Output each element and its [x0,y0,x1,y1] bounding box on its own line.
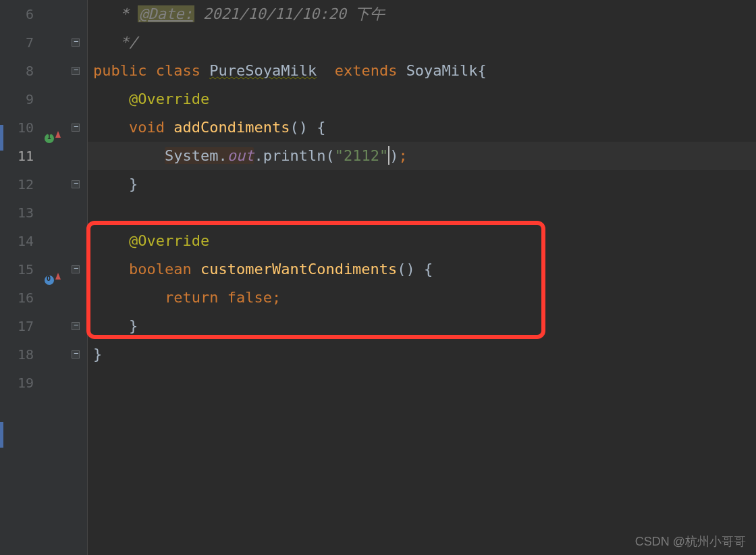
paren: ) [389,147,398,164]
line-number[interactable]: 16 [0,284,40,312]
method-call: println [263,147,326,164]
line-number[interactable]: 15 [0,255,40,284]
keyword: return [165,289,227,306]
semicolon: ; [398,147,407,164]
modification-indicator [0,422,3,448]
fold-collapse-icon[interactable] [72,321,82,332]
code-line-current[interactable]: System.out.println("2112"); [93,142,756,170]
brace: } [129,317,138,334]
line-number-gutter[interactable]: 6 7 8 9 10 11 12 13 14 15 16 17 18 19 [0,0,40,555]
code-line[interactable]: public class PureSoyaMilk extends SoyaMi… [93,57,756,85]
fold-gutter [68,0,88,555]
comment-text: * [111,5,138,22]
code-line[interactable] [93,369,756,397]
fold-collapse-icon[interactable] [72,123,82,134]
comment-text: 2021/10/11/10:20 下午 [194,5,385,22]
implements-method-icon[interactable] [45,130,57,142]
code-line[interactable]: } [93,340,756,369]
line-number[interactable]: 17 [0,312,40,340]
class-name: PureSoyaMilk [209,62,317,79]
modification-indicator [0,125,3,151]
gutter-markers [40,0,68,555]
comment-text: */ [111,34,138,51]
params: () [397,261,415,278]
code-line[interactable]: void addCondiments() { [93,113,756,142]
code-line[interactable]: @Override [93,85,756,113]
line-number[interactable]: 19 [0,369,40,397]
line-number[interactable]: 6 [0,0,40,28]
semicolon: ; [272,289,281,306]
code-content-area[interactable]: * @Date: 2021/10/11/10:20 下午 */ public c… [88,0,756,555]
keyword: boolean [129,261,200,278]
method-declaration: addCondiments [173,119,290,136]
code-line[interactable]: } [93,170,756,199]
overrides-method-icon[interactable] [45,271,57,284]
code-line[interactable]: */ [93,28,756,57]
fold-collapse-icon[interactable] [72,265,82,275]
paren: ( [325,147,334,164]
keyword: extends [335,62,406,79]
code-line[interactable]: boolean customerWantCondiments() { [93,255,756,284]
brace: { [415,261,433,278]
annotation: @Override [129,90,209,107]
fold-collapse-icon[interactable] [72,350,82,361]
fold-collapse-icon[interactable] [72,66,82,77]
line-number[interactable]: 8 [0,57,40,85]
code-line[interactable]: * @Date: 2021/10/11/10:20 下午 [93,0,756,28]
identifier: System [165,147,218,164]
line-number[interactable]: 18 [0,340,40,369]
code-line[interactable]: } [93,312,756,340]
params: () [290,119,308,136]
static-field: out [227,147,254,164]
brace: } [93,346,102,363]
keyword: class [156,62,209,79]
code-line[interactable] [93,199,756,227]
brace: } [129,176,138,192]
method-declaration: customerWantCondiments [200,261,397,278]
annotation: @Override [129,232,209,249]
class-name: SoyaMilk [406,62,478,79]
line-number[interactable]: 9 [0,85,40,113]
fold-collapse-icon[interactable] [72,38,82,49]
brace: { [308,119,326,136]
keyword: public [93,62,156,79]
line-number[interactable]: 10 [0,113,40,142]
line-number-current[interactable]: 11 [0,142,40,170]
code-editor[interactable]: 6 7 8 9 10 11 12 13 14 15 16 17 18 19 [0,0,756,555]
string-literal: "2112" [335,147,388,164]
doc-tag: @Date: [138,5,194,22]
line-number[interactable]: 12 [0,170,40,199]
keyword: false [227,289,272,306]
keyword: void [129,119,173,136]
fold-collapse-icon[interactable] [72,180,82,190]
code-line[interactable]: @Override [93,227,756,255]
brace: { [478,62,487,79]
line-number[interactable]: 7 [0,28,40,57]
line-number[interactable]: 14 [0,227,40,255]
line-number[interactable]: 13 [0,199,40,227]
watermark-text: CSDN @杭州小哥哥 [635,533,746,550]
code-line[interactable]: return false; [93,284,756,312]
